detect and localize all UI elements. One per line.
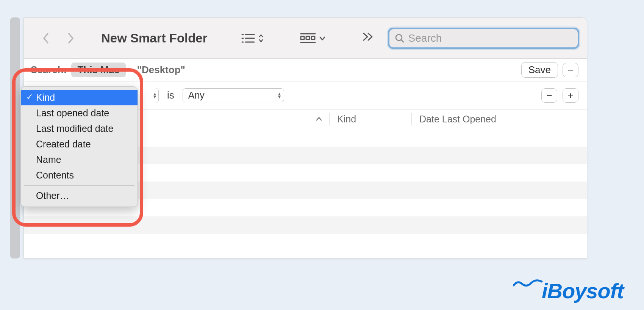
scope-label: Search: [31, 64, 67, 76]
sidebar-scrollbar[interactable] [10, 17, 20, 258]
remove-criteria-button[interactable]: − [541, 88, 557, 103]
column-kind[interactable]: Kind [330, 114, 411, 125]
search-icon [395, 33, 405, 43]
view-group-button[interactable] [300, 32, 326, 44]
chevron-updown-icon [258, 33, 264, 43]
criteria-value-label: Any [188, 90, 205, 101]
search-field[interactable] [388, 28, 579, 49]
chevron-updown-icon: ▴▾ [153, 92, 156, 98]
list-item [24, 216, 587, 234]
brand-watermark: iBoysoft [542, 279, 624, 303]
save-button[interactable]: Save [521, 62, 558, 78]
dropdown-item-kind[interactable]: Kind [21, 90, 138, 105]
toolbar-overflow-button[interactable] [362, 31, 375, 45]
chevron-down-icon [319, 36, 326, 41]
column-date-last-opened[interactable]: Date Last Opened [412, 114, 587, 125]
brand-wave-icon [513, 279, 543, 287]
forward-button[interactable] [67, 32, 75, 44]
search-input[interactable] [408, 32, 572, 44]
scope-location[interactable]: "Desktop" [137, 64, 185, 76]
svg-rect-9 [311, 36, 315, 39]
dropdown-item-other[interactable]: Other… [21, 188, 138, 204]
search-scope-bar: Search: This Mac "Desktop" Save − [24, 59, 587, 81]
dropdown-item-created[interactable]: Created date [21, 136, 138, 152]
criteria-operator: is [167, 89, 174, 101]
scope-this-mac[interactable]: This Mac [71, 63, 125, 77]
remove-rule-button[interactable]: − [563, 63, 578, 77]
list-item [24, 234, 587, 251]
dropdown-item-last-modified[interactable]: Last modified date [21, 121, 138, 136]
back-button[interactable] [42, 32, 50, 44]
criteria-value-select[interactable]: Any ▴▾ [183, 88, 284, 102]
chevron-updown-icon: ▴▾ [278, 92, 281, 98]
svg-rect-8 [306, 36, 309, 39]
dropdown-separator [24, 185, 134, 186]
window-title: New Smart Folder [101, 31, 208, 45]
criteria-attribute-dropdown[interactable]: Kind Last opened date Last modified date… [20, 86, 138, 207]
dropdown-item-last-opened[interactable]: Last opened date [21, 105, 138, 121]
sort-ascending-icon [316, 115, 322, 124]
dropdown-item-name[interactable]: Name [21, 152, 138, 168]
svg-line-12 [401, 40, 403, 42]
svg-rect-7 [301, 36, 304, 39]
dropdown-item-contents[interactable]: Contents [21, 168, 138, 183]
view-list-button[interactable] [241, 33, 264, 44]
toolbar: New Smart Folder [24, 18, 587, 59]
add-criteria-button[interactable]: + [563, 88, 578, 103]
brand-text: iBoysoft [542, 279, 624, 303]
